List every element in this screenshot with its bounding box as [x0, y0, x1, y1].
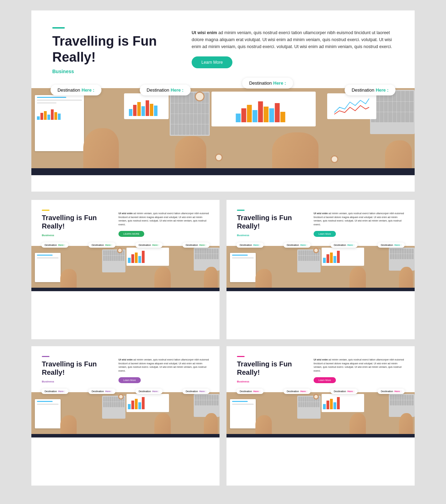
dest-label-3: Destination Here :	[242, 78, 293, 88]
dest-cards-sm1: Destination Here : Destination Here :	[31, 242, 220, 291]
dest-highlight-2: Here :	[171, 87, 184, 93]
destination-strip: Destination Here :	[31, 85, 415, 175]
slide-small-2: Travelling is Fun Really! Business Ut wi…	[226, 200, 415, 339]
hero-right-sm4: Ut wisi enim ad minim veniam, quis nostr…	[314, 356, 404, 383]
dl-sm4-1: Destination Here :	[236, 389, 264, 394]
dl-sm3-1: Destination Here :	[41, 389, 69, 394]
hero-subtitle-sm1: Business	[42, 234, 108, 237]
di-sm1-1	[31, 246, 78, 288]
dest-text-3: Destination	[249, 80, 272, 86]
dl-sm1-1: Destination Here :	[41, 242, 69, 248]
dl-sm2-2: Destination Here :	[283, 242, 311, 248]
learn-more-btn-sm2[interactable]: Learn More	[314, 231, 336, 237]
dc-sm1-4: Destination Here :	[172, 242, 220, 291]
coffee-2	[195, 92, 205, 101]
svg-rect-30	[330, 253, 333, 263]
dest-highlight-1: Here :	[82, 87, 94, 93]
svg-rect-1	[40, 113, 43, 120]
dc-sm2-1: Destination Here :	[226, 242, 274, 291]
learn-more-button[interactable]: Learn More	[192, 56, 232, 68]
dest-highlight-3: Here :	[273, 80, 286, 86]
hero-body-sm3: Ut wisi enim ad minim veniam, quis nostr…	[118, 358, 209, 373]
svg-rect-32	[337, 251, 340, 263]
dest-strip-sm3: Destination Here : Destination Here :	[31, 389, 220, 437]
hero-left: Travelling is Fun Really! Business	[52, 27, 171, 74]
desk-img-4	[325, 88, 415, 168]
hero-body-sm1: Ut wisi enim ad minim veniam, quis nostr…	[118, 212, 209, 226]
slide-large: Travelling is Fun Really! Business Ut wi…	[31, 10, 415, 192]
dc-sm4-4: Destination Here :	[368, 389, 415, 437]
svg-rect-38	[323, 404, 326, 409]
svg-rect-18	[258, 101, 263, 122]
di-sm2-3	[321, 246, 368, 288]
svg-rect-37	[142, 397, 145, 409]
slide-small-1: Travelling is Fun Really! Business Ut wi…	[31, 200, 220, 339]
dc-sm4-3: Destination Here :	[321, 389, 368, 437]
hero-subtitle-sm3: Business	[42, 380, 108, 383]
svg-rect-2	[44, 111, 47, 120]
di-sm4-1	[226, 392, 274, 434]
dest-strip-sm1: Destination Here : Destination Here :	[31, 242, 220, 291]
svg-rect-8	[133, 105, 137, 116]
di-sm3-4	[172, 392, 220, 434]
pl2	[37, 100, 82, 101]
svg-rect-9	[137, 102, 141, 116]
coffee-3	[215, 154, 223, 161]
dest-text-4: Destination	[352, 87, 374, 93]
svg-rect-41	[333, 402, 336, 409]
svg-rect-29	[326, 254, 329, 263]
hero-left-sm2: Travelling is Fun Really! Business	[237, 210, 303, 237]
pl3	[37, 102, 56, 103]
svg-rect-35	[135, 399, 138, 409]
di-sm2-1	[226, 246, 274, 288]
hero-right-sm1: Ut wisi enim ad minim veniam, quis nostr…	[118, 210, 209, 237]
hero-subtitle-sm4: Business	[237, 380, 303, 383]
svg-rect-40	[330, 399, 333, 409]
hero-title-sm4: Travelling is Fun Really!	[237, 360, 303, 377]
dc-sm1-3: Destination Here :	[125, 242, 172, 291]
small-slides-grid: Travelling is Fun Really! Business Ut wi…	[31, 200, 415, 486]
desk-img-2	[121, 88, 210, 168]
hero-subtitle: Business	[52, 69, 171, 74]
dest-cards-sm3: Destination Here : Destination Here :	[31, 389, 220, 437]
dl-sm3-3: Destination Here :	[135, 389, 163, 394]
learn-more-btn-sm3[interactable]: Learn More	[118, 377, 141, 383]
svg-rect-6	[58, 114, 61, 120]
di-sm3-3	[125, 392, 172, 434]
svg-rect-7	[129, 109, 132, 116]
di-sm3-1	[31, 392, 78, 434]
di-sm2-2	[274, 246, 321, 288]
dl-sm1-2: Destination Here :	[88, 242, 116, 248]
coffee-4	[331, 155, 338, 163]
dc-sm3-3: Destination Here :	[125, 389, 172, 437]
svg-rect-11	[146, 100, 149, 116]
slide-small-4: Travelling is Fun Really! Business Ut wi…	[226, 346, 415, 486]
hand-3	[272, 132, 318, 169]
dl-sm4-3: Destination Here :	[330, 389, 358, 394]
hero-title-sm3: Travelling is Fun Really!	[42, 360, 108, 377]
accent-bar-sm2	[237, 210, 245, 211]
dc-sm2-3: Destination Here :	[321, 242, 368, 291]
svg-rect-10	[141, 106, 145, 116]
dest-card-3: Destination Here :	[210, 85, 326, 175]
svg-rect-27	[142, 251, 145, 263]
hand-2	[175, 136, 206, 168]
dc-sm3-1: Destination Here :	[31, 389, 78, 437]
svg-rect-16	[247, 105, 252, 122]
dl-sm3-4: Destination Here :	[182, 389, 210, 394]
learn-more-btn-sm1[interactable]: LEARN MORE	[118, 231, 144, 237]
dc-sm2-2: Destination Here :	[274, 242, 321, 291]
accent-bar-sm3	[42, 356, 49, 357]
dc-sm1-2: Destination Here :	[78, 242, 125, 291]
dest-label-2: Destination Here :	[140, 85, 191, 95]
hand-1	[83, 128, 119, 168]
hero-body-lead: Ut wisi enim	[192, 30, 217, 35]
learn-more-btn-sm4[interactable]: Learn More	[314, 377, 336, 383]
dest-label-4: Destination Here :	[345, 85, 395, 95]
svg-rect-14	[236, 114, 240, 122]
hero-sm3: Travelling is Fun Really! Business Ut wi…	[31, 346, 220, 389]
keyboard-4	[370, 90, 415, 134]
dest-highlight-4: Here :	[376, 87, 389, 93]
dest-card-4: Destination Here :	[325, 85, 415, 175]
svg-rect-28	[323, 258, 326, 263]
